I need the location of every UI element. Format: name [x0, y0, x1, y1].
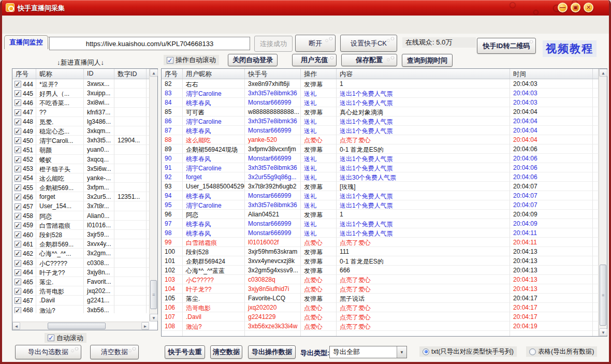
col-header-content[interactable]: 内容	[337, 69, 510, 79]
row-checkbox[interactable]	[14, 156, 21, 163]
scroll-left-arrow[interactable]: ◄	[12, 322, 20, 330]
row-checkbox[interactable]	[14, 241, 21, 247]
viewer-row[interactable]: 454 这么能吃 yanke-...	[12, 173, 149, 183]
row-checkbox[interactable]	[14, 288, 21, 295]
save-config-button[interactable]: 保存配置	[341, 54, 397, 66]
col-header-id[interactable]: ID	[84, 69, 114, 79]
room-address-input[interactable]: https://live.kuaishou.com/u/KPL704668133	[49, 37, 250, 50]
activity-row[interactable]: 91 清宇Caroline 3xh3t57e8ibmk36 送礼 送出1个免费人…	[162, 163, 599, 172]
kuaishou-id-to-qr-button[interactable]: 快手ID转二维码	[477, 38, 536, 54]
viewer-row[interactable]: 457 User_154... 3x7t8r...	[12, 201, 149, 211]
viewer-row[interactable]: 452 蝼蚁 3xqcq...	[12, 155, 149, 164]
scroll-down-arrow[interactable]: ▼	[150, 314, 158, 322]
minimize-button[interactable]: —	[558, 3, 568, 12]
radio-table[interactable]	[529, 348, 536, 355]
viewer-row[interactable]: 444 *逗开? 3xwsx...	[12, 79, 149, 89]
scroll-right-arrow[interactable]: ►	[141, 322, 149, 330]
viewer-row[interactable]: 461 企鹅群569... 3xvx4y...	[12, 239, 149, 249]
viewer-row[interactable]: 460 段剑528 3xjr59...	[12, 230, 149, 239]
viewer-row[interactable]: 455 企鹅裙569... 3xfpm...	[12, 183, 149, 192]
row-checkbox[interactable]	[14, 297, 21, 304]
close-auto-login-button[interactable]: 关闭自动登录	[228, 54, 278, 66]
row-checkbox[interactable]	[14, 260, 21, 267]
row-checkbox[interactable]	[14, 175, 21, 182]
dedupe-kuaishou-id-button[interactable]: 快手号去重	[165, 345, 205, 359]
col-header-no[interactable]: 序号	[162, 69, 183, 79]
viewer-row[interactable]: 445 好男人（... 3xuipp...	[12, 89, 149, 98]
activity-row[interactable]: 102 心海*^_^*蓝蓝 3x2gm5g4xssv9... 发弹幕 666 2…	[162, 266, 599, 275]
activity-row[interactable]: 90 桃李春风 Monstar666999 送礼 送出1个免费人气票 20:04…	[162, 154, 599, 163]
left-table-hscrollbar[interactable]: ◄ ►	[12, 322, 149, 330]
viewer-row[interactable]: 456 forget 3x2ur5... 12351...	[12, 192, 149, 201]
col-header-no[interactable]: 序号	[12, 69, 36, 79]
close-button[interactable]: ✕	[584, 3, 593, 12]
activity-row[interactable]: 92 forget 3x2ur55g9q86g... 送礼 送出30个免费人气票…	[162, 172, 599, 182]
right-vscroll-thumb[interactable]: ≡	[600, 265, 606, 326]
activity-row[interactable]: 98 桃李春风 Monstar666999 送礼 送出1个免费人气票 20:04…	[162, 228, 599, 238]
scroll-up-arrow[interactable]: ▲	[599, 69, 607, 77]
left-hscroll-thumb[interactable]	[48, 323, 106, 329]
viewer-row[interactable]: 450 清宇Caroli... 3xh3t5... 12904...	[12, 136, 149, 145]
viewer-row[interactable]: 458 阿恋 Alian0...	[12, 211, 149, 221]
activity-row[interactable]: 93 User_1548850045290 3x7t8r392h6ugb2 发弹…	[162, 182, 599, 191]
row-checkbox[interactable]	[14, 307, 21, 313]
row-checkbox[interactable]	[14, 99, 21, 106]
viewer-row[interactable]: 451 朝颜 yuan0...	[12, 145, 149, 154]
clear-right-data-button[interactable]: 清空数据	[210, 345, 242, 359]
activity-row[interactable]: 94 桃李春风 Monstar666999 送礼 送出1个免费人气票 20:04…	[162, 191, 599, 200]
activity-row[interactable]: 103 小C????? c030828q 点爱心 点亮了爱心 20:04:13	[162, 275, 599, 284]
viewer-row[interactable]: 464 叶子龙?? 3xjy8n...	[12, 268, 149, 277]
row-checkbox[interactable]	[14, 213, 21, 220]
export-ops-data-button[interactable]: 导出操作数据	[248, 345, 296, 359]
left-table-vscrollbar[interactable]: ▲ ▼ ≡	[149, 69, 157, 322]
right-table-vscrollbar[interactable]: ▲ ▼ ≡	[599, 69, 607, 336]
activity-row[interactable]: 83 清宇Caroline 3xh3t57e8ibmk36 送礼 送出1个免费人…	[162, 89, 599, 98]
activity-row[interactable]: 99 白雪踏霜痕 l01016002f 点爱心 点亮了爱心 20:04:11	[162, 238, 599, 247]
activity-row[interactable]: 86 清宇Caroline 3xh3t57e8ibmk36 送礼 送出1个免费人…	[162, 117, 599, 126]
activity-row[interactable]: 101 企鹅群569424 3xvx4ynevcxzj8k 发弹幕 0-1 首龙…	[162, 256, 599, 266]
activity-row[interactable]: 104 叶子龙?? 3xjy8n5iufhid7i 点爱心 点亮了爱心 20:0…	[162, 284, 599, 294]
ops-autoscroll-checkbox[interactable]	[167, 57, 173, 64]
scroll-up-arrow[interactable]: ▲	[150, 69, 158, 77]
activity-row[interactable]: 84 桃李春风 Monstar666999 送礼 送出1个免费人气票 20:04…	[162, 98, 599, 107]
query-expire-button[interactable]: 查询到期时间	[402, 54, 453, 67]
row-checkbox[interactable]	[14, 147, 21, 153]
viewer-row[interactable]: 466 浩哥电影 jxq202...	[12, 286, 149, 296]
disconnect-button[interactable]: 断开	[295, 35, 336, 52]
activity-row[interactable]: 97 桃李春风 Monstar666999 送礼 送出1个免费人气票 20:04…	[162, 219, 599, 228]
left-vscroll-thumb[interactable]: ≡	[150, 280, 157, 309]
col-header-kuaishou-id[interactable]: 快手号	[245, 69, 301, 79]
col-header-nickname[interactable]: 用户昵称	[183, 69, 245, 79]
row-checkbox[interactable]	[14, 166, 21, 172]
viewer-row[interactable]: 448 觅爱. lg3486...	[12, 117, 149, 126]
viewer-row[interactable]: 447 ?? kfnfi37...	[12, 108, 149, 117]
activity-row[interactable]: 87 桃李春风 Monstar666999 送礼 送出1个免费人气票 20:04…	[162, 126, 599, 135]
activity-row[interactable]: 85 可可酱 w888888888888... 发弹幕 真心处对象滴滴 20:0…	[162, 107, 599, 117]
user-recharge-button[interactable]: 用户充值	[292, 54, 337, 66]
activity-row[interactable]: 82 右右 3xe8n97xhift6ji 发弹幕 1 20:04:03	[162, 79, 599, 89]
row-checkbox[interactable]	[14, 109, 21, 116]
activity-row[interactable]: 105 落尘. Favorite-LCQ 发弹幕 黑子说话 20:04:17	[162, 294, 599, 303]
activity-row[interactable]: 95 清宇Caroline 3xh3t57e8ibmk36 送礼 送出1个免费人…	[162, 200, 599, 210]
list-autoscroll-checkbox[interactable]	[48, 334, 54, 341]
row-checkbox[interactable]	[14, 81, 21, 88]
activity-row[interactable]: 108 激汕? 3xb56xze3k33i4w 点爱心 点亮了爱心 20:04:…	[162, 322, 599, 331]
col-header-numid[interactable]: 数字ID	[114, 69, 147, 79]
connect-status-button[interactable]: 连接成功	[254, 36, 293, 52]
viewer-row[interactable]: 462 心海*^_^*... 3x2gm...	[12, 249, 149, 258]
col-header-time[interactable]: 时间	[510, 69, 593, 79]
chevron-down-icon[interactable]: ▼	[397, 346, 406, 358]
activity-row[interactable]: 88 这么能吃 yanke-520 点爱心 点亮了爱心 20:04:04	[162, 135, 599, 144]
clear-left-data-button[interactable]: 清空数据	[90, 345, 139, 359]
tab-live-monitor[interactable]: 直播间监控	[4, 35, 48, 49]
export-type-select[interactable]: 导出全部 ▼	[329, 346, 407, 358]
viewer-row[interactable]: 463 小C????? c0308...	[12, 258, 149, 268]
viewer-row[interactable]: 453 橙子猫子头 3x5i6w...	[12, 164, 149, 173]
row-checkbox[interactable]	[14, 194, 21, 200]
radio-txt[interactable]	[423, 348, 429, 355]
activity-row[interactable]: 100 段剑528 3xjr59hm63skram 发弹幕 111 20:04:…	[162, 247, 599, 256]
export-checked-button[interactable]: 导出勾选数据	[15, 345, 81, 359]
set-kuaishou-ck-button[interactable]: 设置快手CK	[340, 35, 397, 52]
row-checkbox[interactable]	[14, 279, 21, 285]
col-header-nick[interactable]: 昵称	[36, 69, 84, 79]
